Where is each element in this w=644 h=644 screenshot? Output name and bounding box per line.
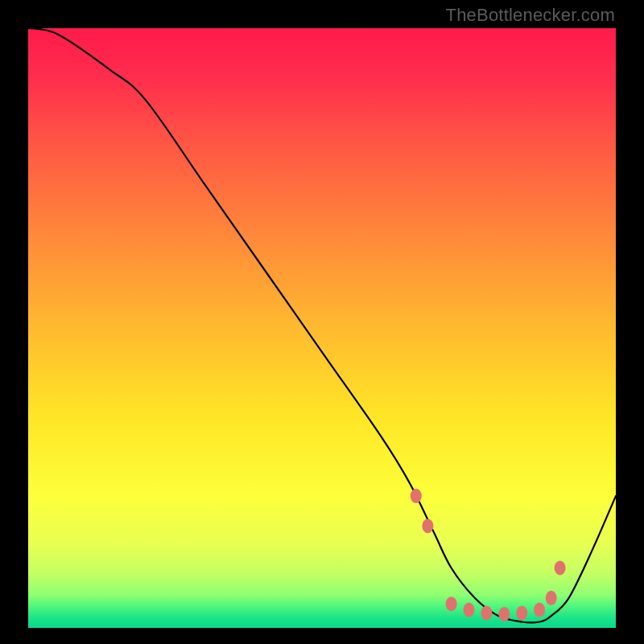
curve-marker xyxy=(534,603,545,617)
bottleneck-curve xyxy=(28,28,616,622)
curve-marker xyxy=(422,518,433,533)
curve-marker xyxy=(481,605,492,620)
curve-marker xyxy=(411,489,422,503)
curve-markers xyxy=(411,489,566,621)
curve-marker xyxy=(498,607,510,621)
chart-frame: TheBottlenecker.com xyxy=(0,0,644,644)
curve-marker xyxy=(546,591,557,605)
curve-marker xyxy=(516,605,527,620)
plot-area xyxy=(28,28,616,628)
curve-marker xyxy=(446,597,457,611)
chart-svg xyxy=(28,28,616,628)
curve-marker xyxy=(555,561,566,576)
curve-marker xyxy=(464,603,475,617)
attribution-label: TheBottlenecker.com xyxy=(446,5,615,26)
